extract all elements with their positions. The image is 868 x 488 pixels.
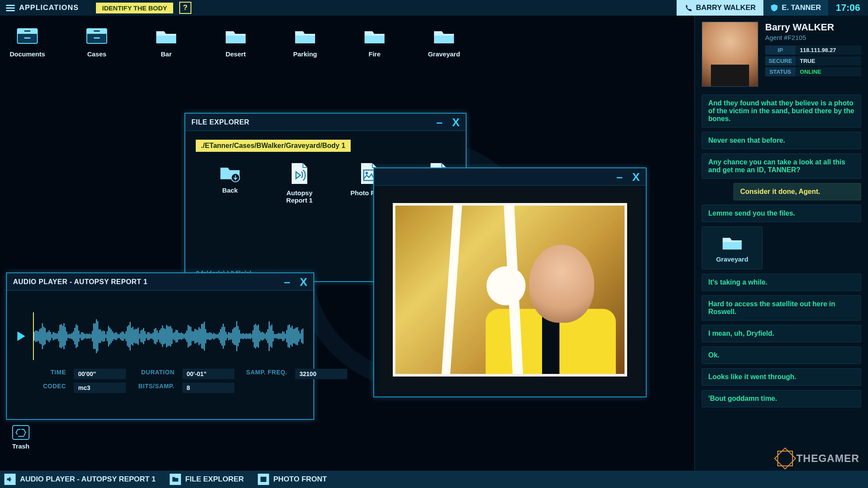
message-list: And they found what they believe is a ph… bbox=[702, 95, 861, 465]
svg-rect-184 bbox=[263, 333, 264, 340]
svg-rect-17 bbox=[38, 331, 39, 341]
svg-rect-20 bbox=[42, 323, 43, 349]
close-button[interactable]: X bbox=[300, 278, 307, 286]
svg-rect-47 bbox=[79, 331, 79, 342]
svg-rect-23 bbox=[46, 332, 47, 340]
message-in: I mean, uh, Dryfield. bbox=[702, 325, 861, 342]
svg-rect-104 bbox=[155, 328, 156, 344]
desktop-fire[interactable]: Fire bbox=[355, 26, 394, 58]
svg-rect-140 bbox=[204, 322, 205, 351]
taskbar: Audio Player - Autopsy Report 1 File Exp… bbox=[0, 471, 868, 488]
taskbar-item-explorer[interactable]: File Explorer bbox=[170, 474, 244, 485]
svg-rect-178 bbox=[255, 324, 256, 349]
svg-rect-185 bbox=[265, 334, 266, 339]
message-in: Ok. bbox=[702, 347, 861, 364]
message-in: 'Bout goddamn time. bbox=[702, 390, 861, 407]
svg-rect-30 bbox=[56, 333, 56, 339]
profile-row-secure: SECURETRUE bbox=[765, 56, 861, 66]
svg-rect-162 bbox=[233, 328, 234, 344]
svg-rect-93 bbox=[141, 331, 141, 342]
svg-rect-204 bbox=[290, 328, 291, 345]
play-button[interactable] bbox=[17, 331, 25, 341]
close-button[interactable]: X bbox=[632, 173, 640, 181]
desktop-graveyard[interactable]: Graveyard bbox=[424, 26, 464, 58]
svg-rect-143 bbox=[208, 333, 209, 340]
objective-box[interactable]: Identify the body bbox=[96, 3, 173, 13]
svg-rect-94 bbox=[142, 330, 143, 343]
svg-rect-169 bbox=[243, 333, 244, 339]
svg-rect-36 bbox=[63, 323, 64, 349]
profile-table: IP118.111.98.27SECURETRUESTATUSONLINE bbox=[765, 46, 861, 76]
desktop-cases[interactable]: Cases bbox=[77, 26, 116, 58]
minimize-button[interactable]: – bbox=[284, 278, 290, 286]
svg-rect-65 bbox=[103, 331, 104, 342]
svg-rect-163 bbox=[235, 327, 236, 345]
taskbar-item-photo[interactable]: Photo Front bbox=[258, 474, 327, 485]
svg-rect-211 bbox=[300, 333, 301, 339]
svg-rect-191 bbox=[273, 331, 273, 341]
svg-rect-45 bbox=[76, 324, 76, 348]
svg-rect-41 bbox=[70, 334, 71, 339]
fe-item-autopsy-report-1[interactable]: Autopsy Report 1 bbox=[276, 162, 323, 204]
svg-rect-97 bbox=[146, 334, 147, 338]
minimize-button[interactable]: – bbox=[616, 173, 622, 181]
minimize-button[interactable]: – bbox=[436, 118, 442, 127]
svg-rect-199 bbox=[283, 332, 284, 341]
audio-titlebar[interactable]: Audio Player - Autopsy Report 1 – X bbox=[7, 273, 313, 291]
svg-rect-102 bbox=[153, 333, 154, 340]
svg-rect-141 bbox=[205, 329, 206, 344]
svg-rect-132 bbox=[193, 331, 194, 341]
meta-bits-key: BITS/SAMP. bbox=[130, 383, 178, 393]
svg-rect-213 bbox=[302, 328, 303, 344]
svg-rect-136 bbox=[198, 327, 199, 345]
svg-rect-33 bbox=[59, 325, 60, 348]
profile-sub: Agent #F2105 bbox=[765, 34, 861, 41]
svg-rect-72 bbox=[112, 331, 113, 341]
recycle-icon bbox=[12, 425, 30, 440]
svg-rect-26 bbox=[50, 332, 51, 341]
svg-rect-188 bbox=[269, 321, 270, 351]
svg-rect-142 bbox=[207, 333, 207, 339]
close-button[interactable]: X bbox=[452, 118, 460, 127]
trash[interactable]: Trash bbox=[12, 425, 30, 450]
svg-rect-100 bbox=[150, 334, 151, 339]
fe-item-back[interactable]: Back bbox=[206, 162, 254, 204]
svg-rect-212 bbox=[301, 330, 302, 343]
waveform[interactable] bbox=[33, 312, 304, 360]
svg-rect-111 bbox=[165, 329, 166, 344]
help-button[interactable]: ? bbox=[179, 2, 191, 14]
svg-rect-6 bbox=[94, 30, 100, 32]
audio-player-window[interactable]: Audio Player - Autopsy Report 1 – X TIME… bbox=[6, 272, 314, 420]
message-attachment[interactable]: Graveyard bbox=[702, 226, 763, 269]
photo-titlebar[interactable]: – X bbox=[374, 168, 646, 186]
contact-tab-walker[interactable]: BARRY WALKER bbox=[677, 0, 763, 16]
agent-badge-tab[interactable]: E. TANNER bbox=[763, 0, 828, 16]
desktop-parking[interactable]: Parking bbox=[286, 26, 325, 58]
svg-rect-128 bbox=[188, 325, 189, 347]
applications-label[interactable]: Applications bbox=[19, 3, 79, 12]
taskbar-label: Audio Player - Autopsy Report 1 bbox=[20, 475, 156, 484]
message-out: Consider it done, Agent. bbox=[733, 183, 861, 200]
desktop-bar[interactable]: Bar bbox=[147, 26, 186, 58]
svg-rect-209 bbox=[297, 327, 298, 345]
taskbar-item-audio[interactable]: Audio Player - Autopsy Report 1 bbox=[4, 474, 156, 485]
desktop-documents[interactable]: Documents bbox=[8, 26, 47, 58]
menu-icon[interactable] bbox=[6, 5, 15, 11]
svg-rect-170 bbox=[244, 334, 245, 338]
svg-rect-42 bbox=[72, 333, 72, 339]
svg-rect-64 bbox=[102, 331, 102, 341]
svg-rect-21 bbox=[43, 327, 44, 345]
svg-rect-110 bbox=[164, 328, 164, 344]
svg-rect-106 bbox=[158, 333, 159, 340]
audio-metadata: TIME 00'00'' DURATION 00'-01" SAMP. FREQ… bbox=[30, 369, 313, 393]
svg-rect-43 bbox=[73, 331, 74, 341]
svg-rect-181 bbox=[259, 331, 260, 341]
watermark-logo-icon bbox=[777, 451, 793, 466]
photo-window[interactable]: – X bbox=[373, 167, 647, 397]
message-in: It's taking a while. bbox=[702, 274, 861, 291]
svg-rect-67 bbox=[105, 334, 106, 338]
trash-label: Trash bbox=[12, 442, 30, 450]
file-explorer-titlebar[interactable]: File Explorer – X bbox=[185, 114, 466, 131]
desktop-desert[interactable]: Desert bbox=[216, 26, 255, 58]
svg-rect-77 bbox=[119, 334, 120, 338]
